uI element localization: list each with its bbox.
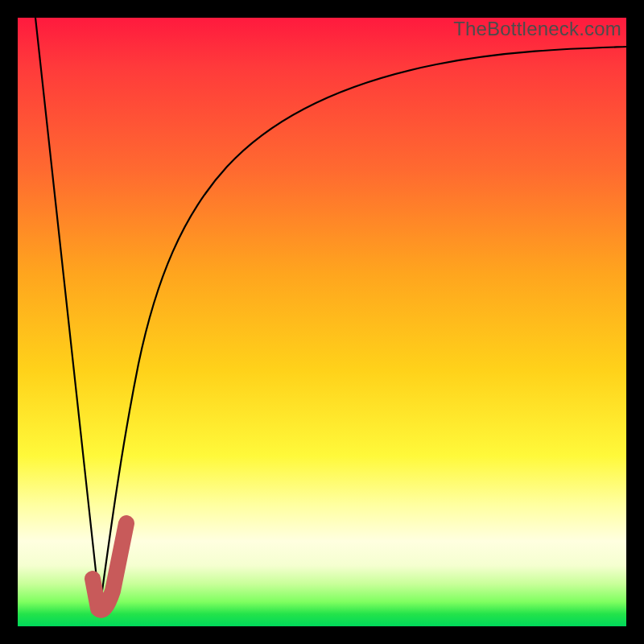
curve-right-ascent: [100, 47, 626, 608]
plot-area: TheBottleneck.com: [18, 18, 626, 626]
chart-svg: [18, 18, 626, 626]
outer-frame: TheBottleneck.com: [0, 0, 644, 644]
curve-left-descent: [35, 18, 100, 608]
